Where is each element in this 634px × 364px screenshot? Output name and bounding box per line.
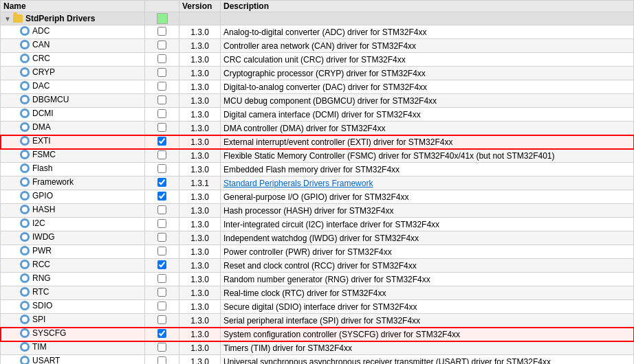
row-name: CAN: [1, 39, 145, 53]
row-checkbox[interactable]: [157, 315, 166, 324]
row-checkbox-cell[interactable]: [145, 328, 179, 341]
row-checkbox[interactable]: [157, 95, 166, 104]
row-checkbox-cell[interactable]: [145, 177, 179, 190]
node-icon: [20, 287, 30, 297]
row-label: DAC: [32, 81, 50, 91]
row-checkbox-cell[interactable]: [145, 259, 179, 273]
row-checkbox[interactable]: [157, 219, 166, 228]
row-checkbox-cell[interactable]: [145, 135, 179, 149]
row-checkbox-cell[interactable]: [145, 67, 179, 80]
row-checkbox-cell[interactable]: [145, 314, 179, 328]
row-checkbox-cell[interactable]: [145, 94, 179, 108]
row-desc: DMA controller (DMA) driver for STM32F4x…: [221, 122, 634, 135]
row-checkbox[interactable]: [157, 109, 166, 118]
row-name: RCC: [1, 259, 145, 273]
row-checkbox-cell[interactable]: [145, 245, 179, 259]
row-version: 1.3.0: [179, 273, 221, 286]
row-desc: Cryptographic processor (CRYP) driver fo…: [221, 67, 634, 80]
framework-link[interactable]: Standard Peripherals Drivers Framework: [223, 179, 373, 188]
desc-text: Embedded Flash memory driver for STM32F4…: [223, 165, 400, 174]
row-checkbox[interactable]: [157, 82, 166, 91]
row-label: HASH: [32, 205, 55, 214]
table-row: HASH 1.3.0 Hash processor (HASH) driver …: [1, 204, 634, 218]
row-desc: Random number generator (RNG) driver for…: [221, 273, 634, 286]
row-label: EXTI: [32, 136, 51, 146]
node-icon: [20, 328, 30, 338]
row-checkbox-cell[interactable]: [145, 231, 179, 245]
table-row: EXTI 1.3.0 External interrupt/event cont…: [1, 135, 634, 149]
desc-text: General-purpose I/O (GPIO) driver for ST…: [223, 192, 408, 202]
row-checkbox[interactable]: [157, 178, 166, 187]
row-version: 1.3.0: [179, 25, 221, 39]
node-icon: [20, 40, 30, 49]
row-checkbox[interactable]: [157, 329, 166, 338]
row-desc: Digital-to-analog converter (DAC) driver…: [221, 80, 634, 94]
table-row: SPI 1.3.0 Serial peripheral interface (S…: [1, 314, 634, 328]
node-icon: [20, 136, 30, 146]
row-checkbox[interactable]: [157, 27, 166, 36]
row-label: PWR: [32, 246, 52, 255]
table-row: RCC 1.3.0 Reset and clock control (RCC) …: [1, 259, 634, 273]
table-row: USART 1.3.0 Universal synchronous asynch…: [1, 355, 634, 365]
row-checkbox-cell[interactable]: [145, 300, 179, 314]
desc-text: Flexible Static Memory Controller (FSMC)…: [223, 151, 554, 161]
row-name: I2C: [1, 218, 145, 231]
row-checkbox[interactable]: [157, 247, 166, 255]
row-desc: Power controller (PWR) driver for STM32F…: [221, 245, 634, 259]
row-version: 1.3.0: [179, 108, 221, 122]
node-icon: [20, 177, 30, 187]
node-icon: [20, 356, 30, 364]
row-checkbox-cell[interactable]: [145, 80, 179, 94]
parent-name-cell: ▼ StdPeriph Drivers: [1, 12, 145, 25]
row-checkbox[interactable]: [157, 205, 166, 214]
row-desc: Flexible Static Memory Controller (FSMC)…: [221, 149, 634, 163]
row-checkbox-cell[interactable]: [145, 341, 179, 355]
row-desc: Hash processor (HASH) driver for STM32F4…: [221, 204, 634, 218]
row-checkbox[interactable]: [157, 356, 166, 365]
row-desc: General-purpose I/O (GPIO) driver for ST…: [221, 190, 634, 204]
row-checkbox[interactable]: [157, 123, 166, 132]
row-version: 1.3.0: [179, 39, 221, 53]
row-version: 1.3.0: [179, 80, 221, 94]
col-version: Version: [179, 1, 221, 12]
row-checkbox[interactable]: [157, 343, 166, 352]
row-checkbox[interactable]: [157, 150, 166, 159]
desc-text: MCU debug component (DBGMCU) driver for …: [223, 96, 437, 106]
row-checkbox-cell[interactable]: [145, 53, 179, 67]
row-checkbox[interactable]: [157, 233, 166, 242]
table-row: PWR 1.3.0 Power controller (PWR) driver …: [1, 245, 634, 259]
row-checkbox-cell[interactable]: [145, 355, 179, 365]
row-desc: Embedded Flash memory driver for STM32F4…: [221, 163, 634, 177]
row-desc: Real-time clock (RTC) driver for STM32F4…: [221, 286, 634, 300]
row-checkbox-cell[interactable]: [145, 25, 179, 39]
row-checkbox-cell[interactable]: [145, 149, 179, 163]
row-checkbox[interactable]: [157, 41, 166, 49]
desc-text: Real-time clock (RTC) driver for STM32F4…: [223, 288, 386, 298]
row-checkbox-cell[interactable]: [145, 163, 179, 177]
row-checkbox-cell[interactable]: [145, 108, 179, 122]
row-desc: Serial peripheral interface (SPI) driver…: [221, 314, 634, 328]
node-icon: [20, 260, 30, 269]
expand-icon[interactable]: ▼: [3, 15, 12, 23]
row-checkbox-cell[interactable]: [145, 39, 179, 53]
row-checkbox-cell[interactable]: [145, 286, 179, 300]
row-checkbox[interactable]: [157, 288, 166, 297]
row-checkbox[interactable]: [157, 54, 166, 63]
row-checkbox-cell[interactable]: [145, 218, 179, 231]
row-checkbox[interactable]: [157, 68, 166, 77]
row-checkbox[interactable]: [157, 192, 166, 201]
row-checkbox-cell[interactable]: [145, 204, 179, 218]
row-name: TIM: [1, 341, 145, 355]
row-checkbox[interactable]: [157, 302, 166, 310]
row-checkbox[interactable]: [157, 164, 166, 173]
row-checkbox[interactable]: [157, 274, 166, 283]
row-checkbox-cell[interactable]: [145, 122, 179, 135]
row-checkbox[interactable]: [157, 137, 166, 146]
row-checkbox-cell[interactable]: [145, 273, 179, 286]
row-checkbox-cell[interactable]: [145, 190, 179, 204]
row-desc: CRC calculation unit (CRC) driver for ST…: [221, 53, 634, 67]
row-label: SDIO: [32, 301, 52, 310]
row-desc: Secure digital (SDIO) interface driver f…: [221, 300, 634, 314]
row-label: DCMI: [32, 109, 54, 118]
row-checkbox[interactable]: [157, 260, 166, 269]
